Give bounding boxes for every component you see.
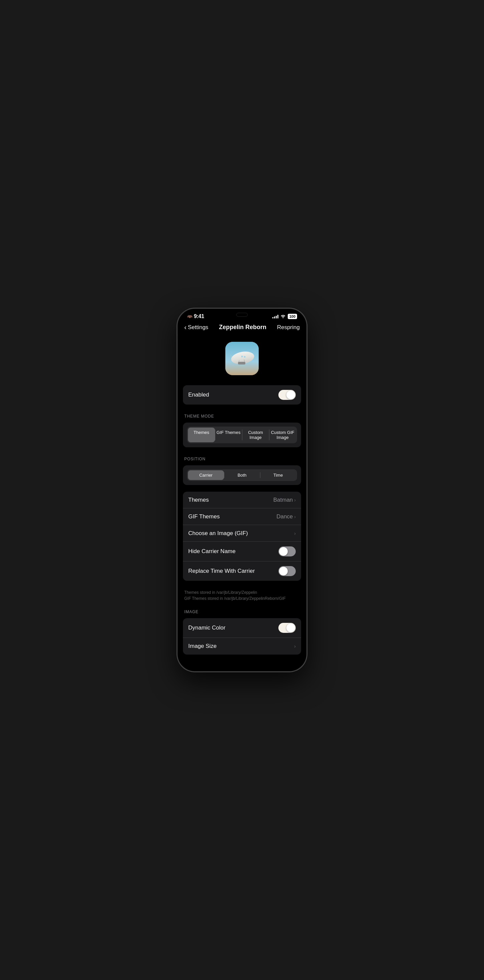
segment-custom-gif[interactable]: Custom GIF Image bbox=[269, 428, 296, 442]
image-settings-group: Dynamic Color Image Size › bbox=[183, 618, 301, 655]
image-section-header: IMAGE bbox=[183, 607, 301, 617]
footer-note: Themes stored in /var/jb/Library/Zeppeli… bbox=[183, 587, 301, 607]
dynamic-color-toggle[interactable] bbox=[279, 623, 296, 633]
themes-label: Themes bbox=[188, 497, 209, 503]
gif-themes-value-group: Dance › bbox=[276, 513, 296, 520]
choose-image-gif-row[interactable]: Choose an Image (GIF) › bbox=[183, 525, 301, 542]
segment-time[interactable]: Time bbox=[260, 470, 296, 480]
signal-bar-3 bbox=[276, 316, 277, 318]
status-right-icons: 100 bbox=[272, 314, 297, 319]
battery-indicator: 100 bbox=[288, 314, 297, 319]
theme-mode-segmented[interactable]: Themes GIF Themes Custom Image Custom GI… bbox=[187, 426, 297, 443]
signal-bars bbox=[272, 314, 279, 318]
themes-row[interactable]: Themes Batman › bbox=[183, 492, 301, 508]
signal-bar-2 bbox=[274, 317, 275, 318]
gif-themes-row[interactable]: GIF Themes Dance › bbox=[183, 508, 301, 525]
phone-frame: 🦇 9:41 100 bbox=[177, 308, 307, 672]
status-bar: 🦇 9:41 100 bbox=[178, 309, 306, 322]
themes-value: Batman bbox=[273, 497, 293, 503]
enabled-row: Enabled bbox=[183, 385, 301, 404]
navigation-bar: ‹ Settings Zeppelin Reborn Respring bbox=[178, 322, 306, 335]
choose-image-gif-right: › bbox=[294, 531, 296, 536]
position-segmented[interactable]: Carrier Both Time bbox=[187, 469, 297, 481]
respring-button[interactable]: Respring bbox=[277, 324, 300, 331]
hide-carrier-row: Hide Carrier Name bbox=[183, 542, 301, 562]
svg-rect-2 bbox=[238, 362, 245, 364]
replace-time-knob bbox=[279, 567, 288, 576]
footer-note-line1: Themes stored in /var/jb/Library/Zeppeli… bbox=[184, 589, 300, 595]
enabled-group: Enabled bbox=[183, 385, 301, 404]
back-label: Settings bbox=[188, 324, 208, 331]
enabled-label: Enabled bbox=[188, 391, 209, 398]
themes-chevron-icon: › bbox=[294, 497, 296, 503]
back-button[interactable]: ‹ Settings bbox=[184, 323, 208, 331]
app-icon-section bbox=[178, 335, 306, 385]
position-header: POSITION bbox=[183, 454, 301, 464]
wifi-icon bbox=[280, 314, 286, 319]
theme-mode-group: Themes GIF Themes Custom Image Custom GI… bbox=[183, 423, 301, 447]
dynamic-island bbox=[236, 313, 248, 317]
signal-bar-4 bbox=[277, 315, 279, 318]
batman-status-icon: 🦇 bbox=[187, 314, 193, 319]
main-settings-group: Themes Batman › GIF Themes Dance › bbox=[183, 492, 301, 581]
dynamic-color-knob bbox=[287, 624, 295, 632]
segment-both[interactable]: Both bbox=[224, 470, 260, 480]
status-time: 🦇 9:41 bbox=[187, 313, 204, 320]
segment-gif-themes[interactable]: GIF Themes bbox=[215, 428, 242, 442]
footer-note-line2: GIF Themes stored in /var/jb/Library/Zep… bbox=[184, 595, 300, 601]
theme-mode-header: THEME MODE bbox=[183, 411, 301, 421]
svg-point-7 bbox=[244, 356, 246, 358]
hide-carrier-toggle[interactable] bbox=[279, 546, 296, 557]
svg-point-8 bbox=[241, 356, 243, 358]
toggle-knob bbox=[287, 391, 295, 399]
position-group: Carrier Both Time bbox=[183, 465, 301, 485]
image-size-chevron-icon: › bbox=[294, 644, 296, 649]
hide-carrier-knob bbox=[279, 547, 288, 556]
dynamic-color-row: Dynamic Color bbox=[183, 618, 301, 638]
image-size-right: › bbox=[294, 644, 296, 649]
choose-image-gif-label: Choose an Image (GIF) bbox=[188, 530, 248, 537]
enabled-toggle[interactable] bbox=[279, 390, 296, 400]
back-chevron-icon: ‹ bbox=[184, 323, 186, 331]
image-size-row[interactable]: Image Size › bbox=[183, 638, 301, 655]
replace-time-toggle[interactable] bbox=[279, 566, 296, 576]
battery-value: 100 bbox=[290, 314, 295, 318]
gif-themes-value: Dance bbox=[276, 513, 293, 520]
replace-time-row: Replace Time With Carrier bbox=[183, 562, 301, 581]
phone-screen: 🦇 9:41 100 bbox=[178, 309, 306, 671]
gif-themes-chevron-icon: › bbox=[294, 514, 296, 519]
signal-bar-1 bbox=[272, 317, 273, 318]
image-size-label: Image Size bbox=[188, 643, 217, 649]
segment-carrier[interactable]: Carrier bbox=[188, 470, 224, 480]
choose-image-gif-chevron-icon: › bbox=[294, 531, 296, 536]
page-title: Zeppelin Reborn bbox=[219, 324, 266, 331]
segment-custom-image[interactable]: Custom Image bbox=[242, 428, 269, 442]
bottom-padding bbox=[183, 661, 301, 671]
hide-carrier-label: Hide Carrier Name bbox=[188, 548, 236, 555]
clock-time: 9:41 bbox=[194, 313, 204, 320]
dynamic-color-label: Dynamic Color bbox=[188, 625, 225, 631]
app-icon bbox=[225, 342, 259, 375]
gif-themes-label: GIF Themes bbox=[188, 513, 220, 520]
replace-time-label: Replace Time With Carrier bbox=[188, 568, 255, 574]
settings-content: Enabled THEME MODE Themes GIF Themes Cus… bbox=[178, 385, 306, 671]
segment-themes[interactable]: Themes bbox=[188, 428, 215, 442]
themes-value-group: Batman › bbox=[273, 497, 296, 503]
